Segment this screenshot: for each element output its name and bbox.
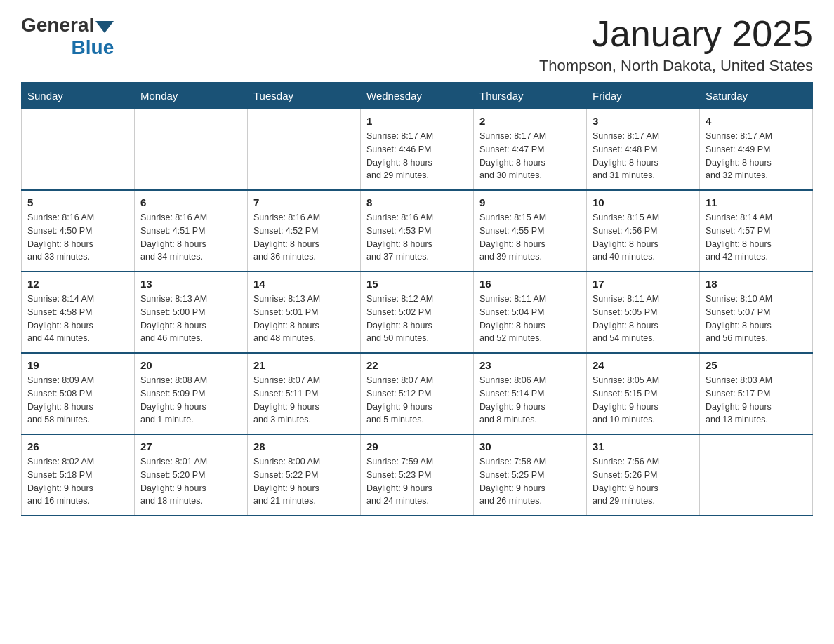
calendar-day-30: 30Sunrise: 7:58 AMSunset: 5:25 PMDayligh… bbox=[474, 434, 587, 516]
day-info: Sunrise: 8:09 AMSunset: 5:08 PMDaylight:… bbox=[27, 374, 128, 427]
logo-blue: Blue bbox=[72, 36, 114, 59]
day-info: Sunrise: 8:17 AMSunset: 4:46 PMDaylight:… bbox=[366, 130, 468, 182]
calendar-day-10: 10Sunrise: 8:15 AMSunset: 4:56 PMDayligh… bbox=[587, 190, 700, 271]
day-info: Sunrise: 8:10 AMSunset: 5:07 PMDaylight:… bbox=[706, 293, 807, 345]
calendar-week-row: 5Sunrise: 8:16 AMSunset: 4:50 PMDaylight… bbox=[22, 190, 813, 271]
calendar-week-row: 1Sunrise: 8:17 AMSunset: 4:46 PMDaylight… bbox=[22, 109, 813, 191]
day-info: Sunrise: 8:05 AMSunset: 5:15 PMDaylight:… bbox=[593, 374, 694, 427]
calendar-week-row: 19Sunrise: 8:09 AMSunset: 5:08 PMDayligh… bbox=[22, 353, 813, 434]
calendar-day-14: 14Sunrise: 8:13 AMSunset: 5:01 PMDayligh… bbox=[248, 271, 361, 353]
calendar-day-23: 23Sunrise: 8:06 AMSunset: 5:14 PMDayligh… bbox=[474, 353, 587, 434]
day-info: Sunrise: 8:16 AMSunset: 4:52 PMDaylight:… bbox=[253, 211, 355, 264]
day-info: Sunrise: 8:16 AMSunset: 4:53 PMDaylight:… bbox=[366, 211, 468, 264]
logo-triangle-icon bbox=[95, 21, 114, 33]
day-number: 26 bbox=[27, 441, 128, 452]
day-info: Sunrise: 8:17 AMSunset: 4:49 PMDaylight:… bbox=[706, 130, 807, 182]
calendar-day-11: 11Sunrise: 8:14 AMSunset: 4:57 PMDayligh… bbox=[700, 190, 813, 271]
day-info: Sunrise: 8:07 AMSunset: 5:12 PMDaylight:… bbox=[366, 374, 468, 427]
calendar-header-row: SundayMondayTuesdayWednesdayThursdayFrid… bbox=[22, 83, 813, 109]
calendar-day-7: 7Sunrise: 8:16 AMSunset: 4:52 PMDaylight… bbox=[248, 190, 361, 271]
calendar-day-empty bbox=[700, 434, 813, 516]
calendar-day-4: 4Sunrise: 8:17 AMSunset: 4:49 PMDaylight… bbox=[700, 109, 813, 191]
day-number: 22 bbox=[366, 359, 468, 371]
calendar-day-24: 24Sunrise: 8:05 AMSunset: 5:15 PMDayligh… bbox=[587, 353, 700, 434]
day-info: Sunrise: 8:13 AMSunset: 5:00 PMDaylight:… bbox=[140, 293, 241, 345]
day-number: 21 bbox=[253, 359, 355, 371]
day-info: Sunrise: 7:56 AMSunset: 5:26 PMDaylight:… bbox=[593, 455, 694, 508]
day-number: 19 bbox=[27, 359, 128, 371]
calendar-day-8: 8Sunrise: 8:16 AMSunset: 4:53 PMDaylight… bbox=[361, 190, 474, 271]
day-number: 27 bbox=[140, 441, 241, 452]
calendar-day-28: 28Sunrise: 8:00 AMSunset: 5:22 PMDayligh… bbox=[248, 434, 361, 516]
day-info: Sunrise: 8:12 AMSunset: 5:02 PMDaylight:… bbox=[366, 293, 468, 345]
day-info: Sunrise: 8:08 AMSunset: 5:09 PMDaylight:… bbox=[140, 374, 241, 427]
day-info: Sunrise: 8:17 AMSunset: 4:47 PMDaylight:… bbox=[479, 130, 581, 182]
calendar-day-18: 18Sunrise: 8:10 AMSunset: 5:07 PMDayligh… bbox=[700, 271, 813, 353]
day-number: 4 bbox=[706, 115, 807, 127]
day-number: 23 bbox=[479, 359, 581, 371]
col-header-thursday: Thursday bbox=[474, 83, 587, 109]
day-number: 14 bbox=[253, 278, 355, 290]
day-number: 10 bbox=[593, 196, 694, 208]
day-number: 30 bbox=[479, 441, 581, 452]
day-info: Sunrise: 8:00 AMSunset: 5:22 PMDaylight:… bbox=[253, 455, 355, 508]
calendar-day-21: 21Sunrise: 8:07 AMSunset: 5:11 PMDayligh… bbox=[248, 353, 361, 434]
day-info: Sunrise: 8:14 AMSunset: 4:57 PMDaylight:… bbox=[706, 211, 807, 264]
day-number: 28 bbox=[253, 441, 355, 452]
col-header-tuesday: Tuesday bbox=[248, 83, 361, 109]
day-info: Sunrise: 8:02 AMSunset: 5:18 PMDaylight:… bbox=[27, 455, 128, 508]
calendar-day-2: 2Sunrise: 8:17 AMSunset: 4:47 PMDaylight… bbox=[474, 109, 587, 191]
calendar-day-1: 1Sunrise: 8:17 AMSunset: 4:46 PMDaylight… bbox=[361, 109, 474, 191]
calendar-day-3: 3Sunrise: 8:17 AMSunset: 4:48 PMDaylight… bbox=[587, 109, 700, 191]
calendar-day-31: 31Sunrise: 7:56 AMSunset: 5:26 PMDayligh… bbox=[587, 434, 700, 516]
day-info: Sunrise: 7:59 AMSunset: 5:23 PMDaylight:… bbox=[366, 455, 468, 508]
day-number: 29 bbox=[366, 441, 468, 452]
day-info: Sunrise: 8:14 AMSunset: 4:58 PMDaylight:… bbox=[27, 293, 128, 345]
location-title: Thompson, North Dakota, United States bbox=[539, 57, 813, 75]
day-number: 18 bbox=[706, 278, 807, 290]
day-number: 16 bbox=[479, 278, 581, 290]
col-header-sunday: Sunday bbox=[22, 83, 135, 109]
calendar-week-row: 12Sunrise: 8:14 AMSunset: 4:58 PMDayligh… bbox=[22, 271, 813, 353]
day-info: Sunrise: 8:17 AMSunset: 4:48 PMDaylight:… bbox=[593, 130, 694, 182]
day-number: 9 bbox=[479, 196, 581, 208]
calendar-table: SundayMondayTuesdayWednesdayThursdayFrid… bbox=[21, 82, 813, 516]
day-number: 17 bbox=[593, 278, 694, 290]
calendar-day-13: 13Sunrise: 8:13 AMSunset: 5:00 PMDayligh… bbox=[135, 271, 248, 353]
calendar-week-row: 26Sunrise: 8:02 AMSunset: 5:18 PMDayligh… bbox=[22, 434, 813, 516]
col-header-friday: Friday bbox=[587, 83, 700, 109]
calendar-day-20: 20Sunrise: 8:08 AMSunset: 5:09 PMDayligh… bbox=[135, 353, 248, 434]
day-number: 5 bbox=[27, 196, 128, 208]
day-info: Sunrise: 8:03 AMSunset: 5:17 PMDaylight:… bbox=[706, 374, 807, 427]
calendar-day-22: 22Sunrise: 8:07 AMSunset: 5:12 PMDayligh… bbox=[361, 353, 474, 434]
day-number: 24 bbox=[593, 359, 694, 371]
day-info: Sunrise: 8:11 AMSunset: 5:05 PMDaylight:… bbox=[593, 293, 694, 345]
day-number: 1 bbox=[366, 115, 468, 127]
day-info: Sunrise: 8:06 AMSunset: 5:14 PMDaylight:… bbox=[479, 374, 581, 427]
day-info: Sunrise: 8:07 AMSunset: 5:11 PMDaylight:… bbox=[253, 374, 355, 427]
day-number: 3 bbox=[593, 115, 694, 127]
col-header-monday: Monday bbox=[135, 83, 248, 109]
day-info: Sunrise: 8:15 AMSunset: 4:55 PMDaylight:… bbox=[479, 211, 581, 264]
calendar-day-16: 16Sunrise: 8:11 AMSunset: 5:04 PMDayligh… bbox=[474, 271, 587, 353]
day-info: Sunrise: 8:13 AMSunset: 5:01 PMDaylight:… bbox=[253, 293, 355, 345]
day-number: 2 bbox=[479, 115, 581, 127]
calendar-day-12: 12Sunrise: 8:14 AMSunset: 4:58 PMDayligh… bbox=[22, 271, 135, 353]
calendar-day-6: 6Sunrise: 8:16 AMSunset: 4:51 PMDaylight… bbox=[135, 190, 248, 271]
logo: General Blue bbox=[21, 14, 114, 59]
calendar-day-29: 29Sunrise: 7:59 AMSunset: 5:23 PMDayligh… bbox=[361, 434, 474, 516]
day-number: 11 bbox=[706, 196, 807, 208]
day-number: 13 bbox=[140, 278, 241, 290]
day-info: Sunrise: 8:15 AMSunset: 4:56 PMDaylight:… bbox=[593, 211, 694, 264]
calendar-day-19: 19Sunrise: 8:09 AMSunset: 5:08 PMDayligh… bbox=[22, 353, 135, 434]
calendar-day-15: 15Sunrise: 8:12 AMSunset: 5:02 PMDayligh… bbox=[361, 271, 474, 353]
col-header-wednesday: Wednesday bbox=[361, 83, 474, 109]
day-info: Sunrise: 8:16 AMSunset: 4:51 PMDaylight:… bbox=[140, 211, 241, 264]
calendar-day-empty bbox=[135, 109, 248, 191]
calendar-day-empty bbox=[248, 109, 361, 191]
calendar-day-17: 17Sunrise: 8:11 AMSunset: 5:05 PMDayligh… bbox=[587, 271, 700, 353]
calendar-day-26: 26Sunrise: 8:02 AMSunset: 5:18 PMDayligh… bbox=[22, 434, 135, 516]
logo-general: General bbox=[21, 14, 94, 36]
calendar-day-25: 25Sunrise: 8:03 AMSunset: 5:17 PMDayligh… bbox=[700, 353, 813, 434]
day-number: 7 bbox=[253, 196, 355, 208]
